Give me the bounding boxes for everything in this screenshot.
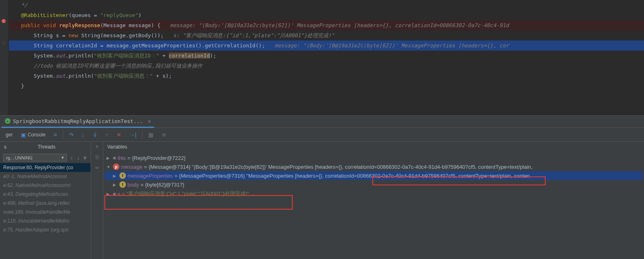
code-text: .println( (66, 53, 94, 59)
trace-button[interactable]: ≋ (159, 130, 169, 140)
code-text: new (68, 32, 81, 38)
copy-icon[interactable]: ⎘ (96, 154, 99, 160)
drop-frame-button[interactable]: ✕ (114, 130, 124, 140)
run-tab[interactable]: ▸ SpringbootRabbitmqReplyApplicationTest… (2, 116, 154, 128)
close-icon[interactable]: × (148, 118, 151, 124)
breakpoint-marker[interactable] (2, 19, 6, 23)
var-value: = {byte[62]@7317} (140, 182, 184, 188)
code-text: String(message.getBody()); (81, 32, 164, 38)
vars-toolbar: + ⎘ ∞ (91, 142, 103, 259)
evaluate-button[interactable]: ▦ (146, 130, 156, 140)
code-text: "收到客户端响应消息ID：" (94, 53, 159, 59)
prev-frame-icon[interactable]: ↑ (69, 155, 74, 161)
force-step-into-button[interactable]: ⇓ (90, 130, 100, 140)
code-text: */ (21, 2, 28, 8)
inline-hint: message: "(Body:'[B@19a31e2c(byte[62])' … (160, 22, 509, 28)
inline-hint: s: "客户端响应消息:{"id":1,"plate":"川A0001"}处理完… (164, 32, 334, 38)
expand-icon[interactable]: ▶ (113, 183, 118, 187)
code-editor[interactable]: */ @RabbitListener(queues = "replyQueue"… (0, 0, 644, 115)
variables-header: Variables (103, 142, 644, 152)
frames-panel: s Threads rg....UNNING ▾ ↑ ↓ ▼ Response:… (0, 142, 91, 259)
highlight-box-1 (372, 176, 546, 185)
tab-label: ger (6, 132, 13, 138)
frame-item[interactable]: e:43, DelegatingMethodAcces (0, 190, 91, 199)
equals-icon: ≡ (113, 155, 116, 161)
var-name: this (118, 155, 126, 161)
code-text: correlationId (169, 53, 210, 59)
code-text: out (56, 53, 65, 59)
add-watch-icon[interactable]: + (95, 143, 98, 150)
inline-hint: message: "(Body:'[B@19a31e2c(byte[62])' … (265, 42, 509, 49)
frame-item[interactable]: e0:-1, NativeMethodAccessor (0, 172, 91, 181)
var-value: = {ReplyProvider@7222} (128, 155, 186, 161)
code-text: + (159, 53, 168, 59)
console-tab[interactable]: ▣Console (18, 130, 48, 140)
run-to-cursor-button[interactable]: →| (127, 130, 139, 140)
execution-marker (2, 41, 6, 45)
next-frame-icon[interactable]: ↓ (76, 155, 81, 161)
code-text: } (21, 83, 24, 89)
frames-tab-s[interactable]: s (4, 144, 6, 150)
var-name: message (121, 164, 142, 170)
var-row-this[interactable]: ▶ ≡ this = {ReplyProvider@7222} (105, 154, 642, 162)
var-name: body (128, 182, 139, 188)
step-over-button[interactable]: ↷ (66, 130, 76, 140)
tab-label: Console (28, 132, 45, 138)
thread-name: rg....UNNING (6, 155, 32, 160)
field-badge-icon: f (119, 172, 126, 179)
frames-list[interactable]: Response:60, ReplyProvider (co e0:-1, Na… (0, 163, 91, 259)
frame-item[interactable]: e:75, HandlerAdapter (org.spri (0, 225, 91, 234)
code-text: .println( (66, 73, 94, 79)
expand-icon[interactable]: ▶ (106, 156, 111, 160)
code-text: (Message message) { (100, 22, 161, 28)
code-text: replyResponse (59, 22, 100, 28)
step-out-button[interactable]: ↑ (103, 130, 111, 140)
threads-icon[interactable]: ≡ (51, 130, 59, 140)
filter-icon[interactable]: ▼ (83, 155, 87, 161)
var-name: messageProperties (128, 173, 173, 179)
param-badge-icon: p (113, 163, 119, 170)
code-text: ); (210, 53, 217, 59)
code-text: public void (21, 22, 59, 28)
code-text: System. (34, 73, 56, 79)
var-value: = {Message@7314} "(Body:'[B@19a31e2c(byt… (144, 164, 533, 170)
frame-item[interactable]: voke:169, InvocableHandlerMe (0, 208, 91, 217)
code-text: @RabbitListener (21, 12, 68, 18)
code-text: ); (166, 73, 172, 79)
glasses-icon[interactable]: ∞ (95, 164, 98, 171)
code-text: //todo 根据消息ID可判断这是哪一个消息的响应,我们就可做业务操作 (34, 63, 202, 69)
frame-item[interactable]: e:62, NativeMethodAccessorIm (0, 181, 91, 190)
gutter (0, 0, 8, 115)
code-text: String s = (34, 32, 68, 38)
var-row-message[interactable]: ▼ p message = {Message@7314} "(Body:'[B@… (105, 162, 642, 171)
debugger-tab[interactable]: ger (3, 130, 15, 139)
collapse-icon[interactable]: ▼ (106, 165, 111, 169)
expand-icon[interactable]: ▶ (113, 174, 118, 178)
threads-tab[interactable]: Threads (38, 144, 55, 150)
step-into-button[interactable]: ↓ (79, 130, 87, 140)
code-text: s (162, 73, 166, 79)
thread-selector[interactable]: rg....UNNING ▾ (3, 154, 67, 161)
highlight-box-2 (104, 195, 293, 210)
debug-toolbar: ger ▣Console ≡ ↷ ↓ ⇓ ↑ ✕ →| ▦ ≋ (0, 127, 644, 142)
chevron-down-icon: ▾ (62, 155, 64, 160)
frame-item[interactable]: e:119, InvocableHandlerMetho (0, 217, 91, 225)
frame-item[interactable]: Response:60, ReplyProvider (co (0, 163, 91, 172)
code-text: out (56, 73, 65, 79)
code-text: + (153, 73, 162, 79)
run-tab-bar: ▸ SpringbootRabbitmqReplyApplicationTest… (0, 115, 644, 127)
run-status-icon: ▸ (5, 118, 11, 124)
code-text: "收到客户端响应消息：" (94, 73, 153, 79)
code-text: String correlationId = message.getMessag… (34, 42, 265, 49)
field-badge-icon: f (119, 181, 126, 188)
frame-item[interactable]: e:498, Method (java.lang.reflec (0, 199, 91, 208)
console-icon: ▣ (21, 132, 26, 138)
run-tab-label: SpringbootRabbitmqReplyApplicationTest..… (13, 118, 143, 124)
code-text: System. (34, 53, 56, 59)
